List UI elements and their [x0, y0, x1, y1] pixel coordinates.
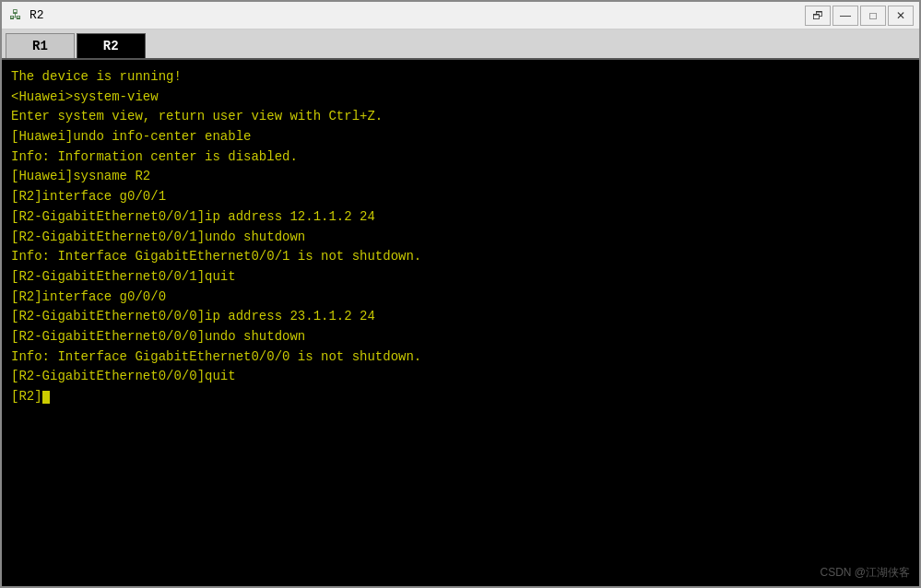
terminal-line: [R2-GigabitEthernet0/0/1]quit: [11, 267, 910, 288]
minimize-button[interactable]: —: [832, 6, 858, 26]
terminal-line: [Huawei]undo info-center enable: [11, 127, 910, 147]
title-bar: 🖧 R2 🗗 — □ ✕: [2, 2, 919, 29]
terminal-line: [R2-GigabitEthernet0/0/1]undo shutdown: [11, 228, 910, 248]
terminal-line: <Huawei>system-view: [11, 88, 910, 108]
terminal-line: The device is running!: [11, 67, 910, 88]
tab-r1[interactable]: R1: [6, 33, 75, 58]
window-icon: 🖧: [7, 7, 24, 24]
terminal-output[interactable]: The device is running!<Huawei>system-vie…: [2, 60, 919, 586]
terminal-line: [R2]interface g0/0/0: [11, 288, 910, 308]
terminal-line: [R2]interface g0/0/1: [11, 187, 910, 207]
watermark: CSDN @江湖侠客: [820, 565, 910, 581]
terminal-line: [R2-GigabitEthernet0/0/0]undo shutdown: [11, 327, 910, 347]
close-button[interactable]: ✕: [888, 6, 914, 26]
terminal-line: Enter system view, return user view with…: [11, 107, 910, 127]
terminal-line: [R2-GigabitEthernet0/0/0]quit: [11, 367, 910, 387]
tab-bar: R1 R2: [2, 29, 919, 60]
main-window: 🖧 R2 🗗 — □ ✕ R1 R2 The device is running…: [0, 0, 921, 588]
terminal-line: Info: Interface GigabitEthernet0/0/0 is …: [11, 347, 910, 368]
restore-button[interactable]: 🗗: [805, 6, 831, 26]
terminal-line: [Huawei]sysname R2: [11, 167, 910, 187]
terminal-line: Info: Information center is disabled.: [11, 147, 910, 168]
window-title: R2: [30, 8, 44, 22]
terminal-line: [R2-GigabitEthernet0/0/1]ip address 12.1…: [11, 207, 910, 228]
terminal-line: [R2-GigabitEthernet0/0/0]ip address 23.1…: [11, 307, 910, 327]
tab-r2[interactable]: R2: [77, 33, 146, 58]
title-bar-left: 🖧 R2: [7, 7, 44, 24]
maximize-button[interactable]: □: [860, 6, 886, 26]
terminal-line: [R2]: [11, 387, 910, 407]
window-controls: 🗗 — □ ✕: [805, 6, 914, 26]
terminal-line: Info: Interface GigabitEthernet0/0/1 is …: [11, 247, 910, 267]
terminal-cursor: [42, 391, 50, 404]
